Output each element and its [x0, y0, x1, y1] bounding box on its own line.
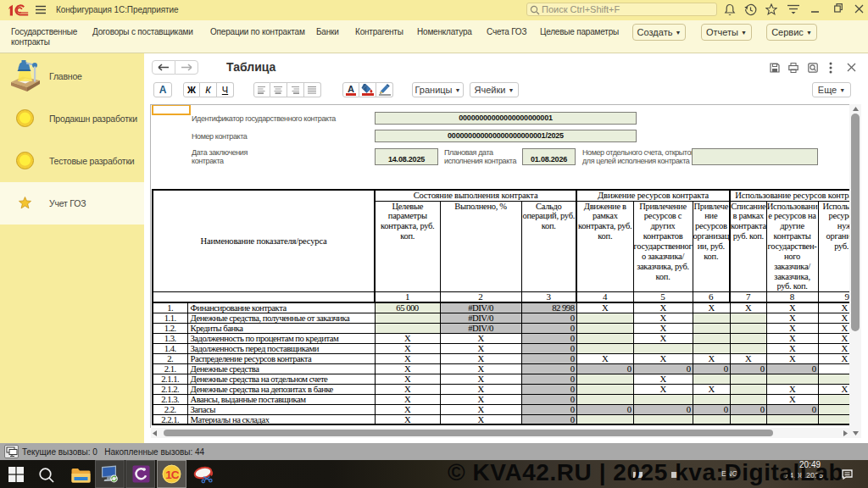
svg-text:1С: 1С	[165, 469, 180, 481]
